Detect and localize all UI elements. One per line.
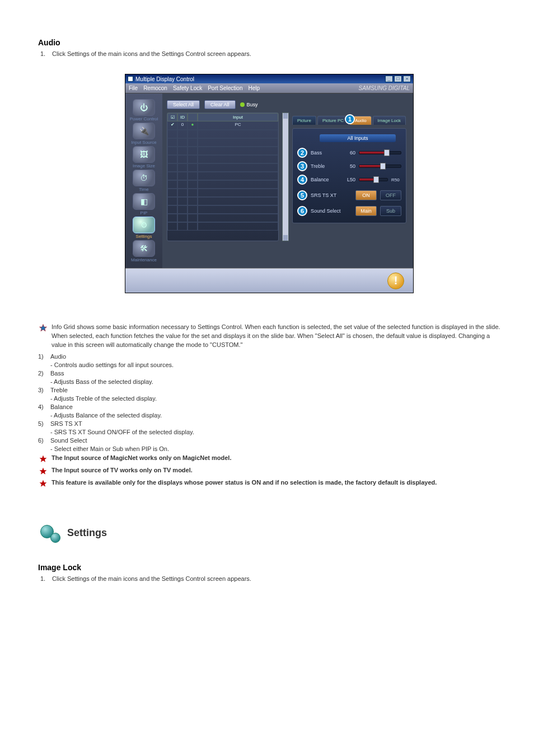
star-icon — [38, 480, 48, 489]
tab-audio[interactable]: 1Audio — [350, 116, 371, 125]
menu-port-selection[interactable]: Port Selection — [208, 85, 242, 91]
option-sound-select: 6 Sound Select Main Sub — [297, 206, 401, 216]
pip-icon: ◧ — [133, 193, 155, 210]
star-icon — [38, 455, 48, 464]
value-treble: 50 — [343, 163, 355, 169]
sidebar-item-input-source[interactable]: 🔌Input Source — [128, 123, 160, 145]
item-desc: - SRS TS XT Sound ON/OFF of the selected… — [38, 429, 500, 435]
tab-image-lock[interactable]: Image Lock — [373, 116, 406, 125]
value-balance: L50 — [343, 177, 355, 182]
note-warn-3: This feature is available only for the d… — [51, 478, 500, 487]
settings-icon: ⚙ — [133, 217, 155, 233]
item-num: 6) — [38, 437, 48, 444]
select-all-button[interactable]: Select All — [167, 100, 200, 109]
badge-6: 6 — [297, 206, 307, 216]
grid-header-check[interactable]: ☑ — [167, 113, 177, 121]
value-bass: 60 — [343, 150, 355, 156]
instruction-line-2: 1. Click Settings of the main icons and … — [38, 575, 500, 582]
menu-file[interactable]: File — [129, 85, 138, 91]
note-warn-2: The Input source of TV works only on TV … — [51, 466, 500, 475]
slider-balance-track[interactable] — [359, 178, 388, 181]
instruction-text-2: Click Settings of the main icons and the… — [52, 575, 251, 582]
sidebar-label: Time — [128, 187, 160, 192]
sidebar-item-settings[interactable]: ⚙Settings — [128, 217, 160, 239]
svg-marker-3 — [40, 480, 47, 486]
menu-help[interactable]: Help — [248, 85, 260, 91]
instruction-number: 1. — [40, 50, 50, 57]
sidebar-item-pip[interactable]: ◧PIP — [128, 193, 160, 215]
label-bass: Bass — [311, 150, 340, 156]
input-source-icon: 🔌 — [133, 123, 155, 139]
item-desc: - Controls audio settings for all input … — [38, 361, 500, 368]
item-num: 5) — [38, 420, 48, 427]
sidebar-item-maintenance[interactable]: 🛠Maintenance — [128, 240, 160, 262]
item-desc: - Adjusts Balance of the selected displa… — [38, 412, 500, 419]
time-icon: ⏱ — [133, 170, 155, 186]
sidebar-label: Power Control — [128, 116, 160, 121]
note-info-grid: Info Grid shows some basic information n… — [51, 323, 500, 350]
maintenance-icon: 🛠 — [133, 240, 155, 257]
slider-bass-track[interactable] — [359, 151, 401, 154]
all-inputs-header: All Inputs — [320, 134, 396, 142]
tab-picture-pc[interactable]: Picture PC — [317, 116, 349, 125]
brand-label: SAMSUNG DIGITAL — [359, 85, 410, 91]
sidebar-item-time[interactable]: ⏱Time — [128, 170, 160, 192]
maximize-button[interactable]: □ — [394, 76, 402, 82]
menu-safety-lock[interactable]: Safety Lock — [173, 85, 202, 91]
slider-balance: 4 Balance L50 R50 — [297, 175, 401, 185]
sound-sub-button[interactable]: Sub — [380, 206, 401, 216]
item-title: Sound Select — [50, 437, 87, 444]
badge-2: 2 — [297, 148, 307, 158]
grid-cell-status: ● — [188, 121, 198, 130]
minimize-button[interactable]: _ — [385, 76, 393, 82]
sidebar-item-image-size[interactable]: 🖼Image Size — [128, 146, 160, 168]
sidebar: ⏻Power Control 🔌Input Source 🖼Image Size… — [125, 93, 162, 268]
badge-3: 3 — [297, 161, 307, 171]
grid-header-id: ID — [177, 113, 188, 121]
instruction-number-2: 1. — [40, 575, 50, 582]
grid-header-status — [188, 113, 198, 121]
sidebar-label: Settings — [128, 234, 160, 239]
notes-block: Info Grid shows some basic information n… — [38, 321, 500, 489]
grid-scrollbar[interactable] — [282, 112, 289, 241]
star-icon — [38, 324, 48, 351]
svg-marker-1 — [40, 455, 47, 462]
srs-on-button[interactable]: ON — [355, 190, 377, 200]
badge-4: 4 — [297, 175, 307, 185]
slider-treble-track[interactable] — [359, 165, 401, 168]
item-num: 3) — [38, 387, 48, 393]
busy-dot-icon — [240, 102, 245, 107]
label-sound-select: Sound Select — [311, 208, 352, 214]
grid-cell-check[interactable] — [167, 121, 177, 130]
item-title: Treble — [50, 387, 68, 393]
clear-all-button[interactable]: Clear All — [204, 100, 236, 109]
star-icon — [38, 467, 48, 476]
section-title-audio: Audio — [38, 38, 500, 47]
menubar: File Remocon Safety Lock Port Selection … — [125, 83, 413, 93]
tab-audio-label: Audio — [355, 118, 366, 123]
app-footer: ! — [125, 268, 413, 293]
srs-off-button[interactable]: OFF — [380, 190, 401, 200]
grid-row[interactable]: 0 ● PC — [167, 121, 278, 130]
tab-picture[interactable]: Picture — [292, 116, 316, 125]
item-title: SRS TS XT — [50, 420, 82, 427]
option-srs: 5 SRS TS XT ON OFF — [297, 190, 401, 200]
sidebar-label: Input Source — [128, 140, 160, 145]
close-button[interactable]: × — [403, 76, 411, 82]
grid-header-input: Input — [198, 113, 278, 121]
item-title: Bass — [50, 370, 64, 377]
sound-main-button[interactable]: Main — [355, 206, 377, 216]
svg-marker-2 — [40, 467, 47, 474]
sidebar-label: Maintenance — [128, 257, 160, 262]
svg-marker-0 — [40, 325, 47, 331]
sidebar-label: Image Size — [128, 163, 160, 168]
menu-remocon[interactable]: Remocon — [143, 85, 167, 91]
grid-cell-input: PC — [198, 121, 278, 130]
note-warn-1: The Input source of MagicNet works only … — [51, 454, 500, 463]
item-desc: - Select either Main or Sub when PIP is … — [38, 445, 500, 452]
settings-heading-icon — [38, 523, 62, 544]
busy-label: Busy — [247, 102, 258, 107]
label-srs: SRS TS XT — [311, 192, 352, 198]
sidebar-item-power-control[interactable]: ⏻Power Control — [128, 99, 160, 121]
tab-row: Picture Picture PC 1Audio Image Lock — [292, 112, 406, 125]
